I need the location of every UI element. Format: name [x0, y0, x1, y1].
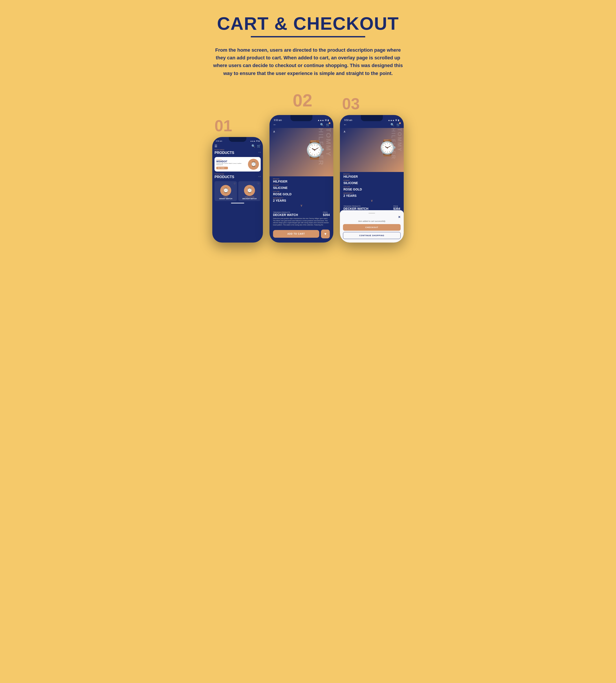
phone2-hero: ∧ ⌚ TOMMY HILFIGER — [269, 128, 333, 176]
phone3-specs: BRAND HILFIGER STRAP SILICONE COLOR ROSE… — [340, 172, 404, 205]
top-icons-3: 🔍 🛒 1 — [391, 123, 400, 127]
search-icon-2[interactable]: 🔍 — [320, 123, 324, 127]
strap-value-2: SILICONE — [273, 186, 330, 189]
spec-brand-3: BRAND HILFIGER — [344, 173, 400, 178]
phone-section-2: 02 9:50 am ▲▲▲ ⌘ ▮ ← 🔍 🛒 1 — [269, 90, 333, 243]
overlay-close-button[interactable]: ✕ — [398, 215, 401, 219]
search-icon[interactable]: 🔍 — [251, 144, 255, 148]
down-arrow-icon-3[interactable]: ∨ — [344, 199, 400, 202]
warranty-label-2: WARRANTY — [273, 197, 330, 199]
status-icons-2: ▲▲▲ ⌘ ▮ — [317, 119, 329, 121]
phone-frame-3: 9:50 am ▲▲▲ ⌘ ▮ ← 🔍 🛒 1 — [340, 115, 404, 243]
featured-title: PRODUCTS — [215, 151, 234, 155]
strap-label-3: STRAP — [344, 180, 400, 181]
phone-frame-1: 9:50 am ▲▲▲ ⌘ ▮ ☰ 🔍 🛒 — [212, 137, 263, 243]
phone-section-3: 03 9:50 am ▲▲▲ ⌘ ▮ ← 🔍 🛒 1 — [340, 95, 404, 243]
strap-label-2: STRAP — [273, 184, 330, 186]
spec-color-3: COLOR ROSE GOLD — [344, 186, 400, 191]
wifi-icon-2: ⌘ — [325, 119, 327, 121]
trending-arrows[interactable]: ‹ › — [259, 175, 261, 178]
warranty-value-2: 2 YEARS — [273, 199, 330, 202]
spec-warranty: WARRANTY 2 YEARS — [273, 197, 330, 202]
phone-notch-3 — [361, 115, 383, 121]
phone3-topbar: ← 🔍 🛒 1 — [340, 122, 404, 128]
battery-icon: ▮ — [259, 140, 259, 142]
warranty-value-3: 2 YEARS — [344, 194, 400, 198]
trending-nav: TRENDING PRODUCTS ‹ › — [215, 173, 261, 180]
brand-watermark-3: TOMMY HILFIGER — [390, 128, 404, 172]
brand-watermark-2: TOMMY HILFIGER — [317, 128, 333, 176]
color-value-3: ROSE GOLD — [344, 187, 400, 191]
cart-icon[interactable]: 🛒 — [257, 144, 261, 148]
page-title: CART & CHECKOUT — [217, 13, 399, 34]
color-label-2: COLOR — [273, 191, 330, 192]
featured-product-name: WISHDOIT — [216, 160, 247, 163]
step-number-3: 03 — [340, 95, 360, 113]
trending-card-1[interactable]: ♡ ⌚ FNGEEN GRANT WATCH — [215, 181, 237, 201]
trend-name-2: DECKER WATCH — [242, 198, 257, 200]
up-arrow-icon[interactable]: ∧ — [273, 130, 275, 133]
cart-count-dot-3: 1 — [399, 122, 401, 124]
featured-card: FNGEEN WISHDOIT Fashion Men Quartz Watch… — [215, 157, 261, 172]
cart-badge-3[interactable]: 🛒 1 — [396, 123, 400, 127]
wifi-icon: ⌘ — [256, 140, 258, 142]
status-time-2: 9:50 am — [274, 119, 282, 121]
buy-now-button[interactable]: BUY NOW → — [216, 167, 228, 169]
down-arrow-icon[interactable]: ∨ — [273, 204, 330, 207]
price-label-3: PRICE — [393, 205, 400, 207]
trend-name-1: GRANT WATCH — [219, 198, 232, 200]
overlay-drag-handle — [369, 213, 375, 213]
phones-row: 01 9:50 am ▲▲▲ ⌘ ▮ ☰ 🔍 🛒 — [187, 90, 429, 243]
product-header-2: TRENDING PRODUCTS DECKER WATCH PRICE $35… — [273, 211, 330, 217]
top-icons-2: 🔍 🛒 1 — [320, 123, 330, 127]
wishlist-button[interactable]: ♥ — [321, 230, 330, 238]
back-button-2[interactable]: ← — [273, 123, 277, 127]
brand-label-2: BRAND — [273, 178, 330, 180]
phone-home-indicator-1 — [231, 203, 244, 203]
spec-warranty-3: WARRANTY 2 YEARS — [344, 192, 400, 198]
featured-label: FEATURED — [215, 149, 234, 151]
spec-color: COLOR ROSE GOLD — [273, 191, 330, 196]
trending-title: PRODUCTS — [215, 175, 234, 179]
phone1-content: ☰ 🔍 🛒 FEATURED PRODUCTS ‹ › — [212, 142, 263, 205]
search-icon-3[interactable]: 🔍 — [391, 123, 394, 127]
status-icons-3: ▲▲▲ ⌘ ▮ — [388, 119, 399, 121]
phone3-hero: ∧ ⌚ TOMMY HILFIGER — [340, 128, 404, 172]
step-number-2: 02 — [291, 90, 312, 111]
price-label-2: PRICE — [323, 211, 330, 213]
battery-icon-3: ▮ — [398, 119, 399, 121]
featured-arrows[interactable]: ‹ › — [259, 151, 261, 154]
overlay-top: ✕ — [343, 215, 401, 219]
product-name-3: DECKER WATCH — [344, 207, 368, 210]
trending-card-2[interactable]: ♡ ⌚ TOMMY HILFIGER DECKER WATCH — [238, 181, 261, 201]
cart-badge-2[interactable]: 🛒 1 — [326, 123, 330, 127]
signal-icon-3: ▲▲▲ — [388, 119, 394, 121]
phone-section-1: 01 9:50 am ▲▲▲ ⌘ ▮ ☰ 🔍 🛒 — [212, 117, 263, 243]
brand-label-3: BRAND — [344, 173, 400, 175]
trending-row: ♡ ⌚ FNGEEN GRANT WATCH ♡ ⌚ TOMMY HILFIGE… — [215, 181, 261, 201]
phone2-bottom: ADD TO CART ♥ — [269, 228, 333, 240]
heart-icon-2[interactable]: ♡ — [257, 183, 259, 185]
phone-notch-1 — [229, 137, 246, 142]
continue-shopping-button[interactable]: CONTINUE SHOPPING — [343, 232, 401, 239]
menu-icon[interactable]: ☰ — [215, 144, 217, 148]
back-button-3[interactable]: ← — [344, 123, 347, 127]
product-name-2: DECKER WATCH — [273, 213, 298, 217]
spec-strap: STRAP SILICONE — [273, 184, 330, 189]
cart-count-dot: 1 — [329, 122, 330, 124]
price-value-2: $354 — [323, 213, 330, 217]
phone1-topbar: ☰ 🔍 🛒 — [215, 143, 261, 149]
add-to-cart-button[interactable]: ADD TO CART — [273, 230, 319, 238]
status-time-3: 9:50 am — [344, 119, 352, 121]
watch-image-1: ⌚ — [220, 185, 231, 196]
product-desc-2: Distinctive pole-position style characte… — [273, 218, 330, 226]
phone2-product: TRENDING PRODUCTS DECKER WATCH PRICE $35… — [269, 210, 333, 228]
featured-watch-image: ⌚ — [248, 159, 259, 170]
strap-value-3: SILICONE — [344, 181, 400, 185]
wifi-icon-3: ⌘ — [395, 119, 397, 121]
up-arrow-icon-3[interactable]: ∧ — [344, 130, 346, 133]
status-time-1: 9:50 am — [216, 140, 222, 142]
featured-product-desc: Fashion Men Quartz Watch Luxury Leather … — [216, 163, 247, 165]
heart-icon-1[interactable]: ♡ — [234, 183, 236, 185]
checkout-button[interactable]: CHECKOUT — [343, 224, 401, 231]
